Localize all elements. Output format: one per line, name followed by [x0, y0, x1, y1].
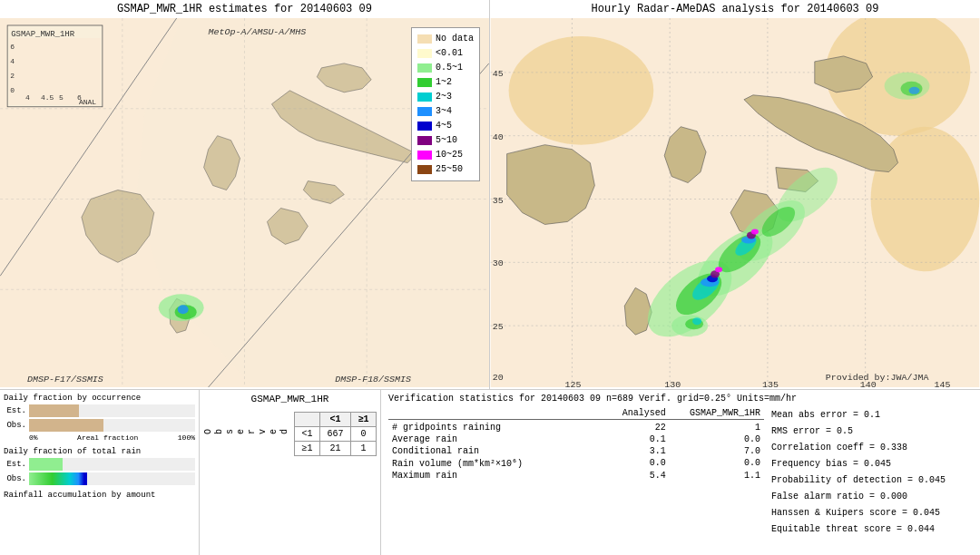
bottom-left-panel: Daily fraction by occurrence Est. Obs. — [0, 390, 200, 555]
svg-text:25: 25 — [493, 322, 504, 332]
verif-label-0: # gridpoints raining — [388, 422, 608, 433]
legend-item-05: 0.5~1 — [417, 61, 474, 75]
svg-text:4: 4 — [10, 57, 15, 65]
svg-text:45: 45 — [493, 69, 504, 79]
svg-point-70 — [692, 317, 701, 325]
cont-table-wrapper: <1 ≥1 <1 667 0 ≥1 21 1 — [294, 408, 377, 456]
obs-label: Observed — [203, 429, 290, 434]
verif-gsmap-0: 1 — [670, 422, 764, 433]
cont-table-header-row: <1 ≥1 — [295, 413, 377, 427]
cont-table-container: Observed <1 ≥1 <1 667 0 — [203, 408, 377, 456]
right-map-svg: 45 40 35 30 25 20 125 130 135 140 145 — [490, 18, 980, 387]
svg-point-24 — [178, 305, 189, 314]
legend-label-001: <0.01 — [436, 46, 463, 61]
verif-analysed-1: 0.1 — [608, 433, 670, 445]
stat-4: Probability of detection = 0.045 — [771, 472, 973, 489]
verif-analysed-0: 22 — [608, 422, 670, 433]
x-axis-end: 100% — [178, 433, 195, 442]
legend-color-510 — [417, 136, 432, 145]
verif-label-4: Maximum rain — [388, 470, 608, 482]
legend-item-001: <0.01 — [417, 46, 474, 61]
svg-point-73 — [909, 87, 920, 94]
bar-row-obs2: Obs. — [4, 472, 195, 485]
svg-text:2: 2 — [10, 72, 15, 80]
legend-color-001 — [417, 49, 432, 58]
stat-5: False alarm ratio = 0.000 — [771, 489, 973, 505]
cont-table-row2-label: ≥1 — [295, 442, 320, 456]
legend-color-1025 — [417, 151, 432, 160]
bar-chart-total-rain: Est. Obs. — [4, 458, 195, 485]
legend-color-45 — [417, 122, 432, 131]
left-panel: GSMAP_MWR_1HR estimates for 20140603 09 — [0, 0, 490, 389]
bar-label-est2: Est. — [4, 460, 26, 469]
legend-label-45: 4~5 — [436, 119, 452, 133]
svg-text:0: 0 — [10, 86, 15, 94]
legend-label-34: 3~4 — [436, 104, 452, 119]
svg-text:DMSP-F17/SSMIS: DMSP-F17/SSMIS — [27, 375, 103, 385]
stats-right: Mean abs error = 0.1 RMS error = 0.5 Cor… — [771, 407, 973, 538]
verif-header-row: Analysed GSMAP_MWR_1HR — [388, 407, 764, 420]
chart-occurrence-title: Daily fraction by occurrence — [4, 394, 195, 403]
legend-item-nodata: No data — [417, 32, 474, 46]
verif-col-gsmap-header: GSMAP_MWR_1HR — [670, 407, 764, 420]
legend-label-1025: 10~25 — [436, 148, 463, 162]
svg-text:GSMAP_MWR_1HR: GSMAP_MWR_1HR — [11, 30, 75, 39]
legend-item-1025: 10~25 — [417, 148, 474, 162]
svg-text:135: 135 — [762, 380, 779, 387]
svg-text:5: 5 — [59, 93, 64, 102]
chart-occurrence: Daily fraction by occurrence Est. Obs. — [4, 394, 195, 442]
cont-table: <1 ≥1 <1 667 0 ≥1 21 1 — [294, 412, 377, 456]
svg-rect-12 — [9, 38, 101, 105]
verif-row-2: Conditional rain 3.1 7.0 — [388, 445, 764, 457]
bottom-middle-panel: GSMAP_MWR_1HR Observed <1 ≥1 <1 667 0 — [200, 390, 381, 555]
legend-item-510: 5~10 — [417, 133, 474, 148]
verif-label-2: Conditional rain — [388, 445, 608, 457]
verif-title: Verification statistics for 20140603 09 … — [388, 394, 973, 404]
svg-text:125: 125 — [564, 380, 581, 387]
verif-analysed-3: 0.0 — [608, 457, 670, 470]
chart-accumulation: Rainfall accumulation by amount — [4, 491, 195, 500]
legend-item-2550: 25~50 — [417, 162, 474, 177]
svg-text:DMSP-F18/SSMIS: DMSP-F18/SSMIS — [335, 375, 411, 385]
bar-chart-occurrence: Est. Obs. — [4, 404, 195, 432]
svg-text:ANAL: ANAL — [79, 98, 96, 106]
legend-box: No data <0.01 0.5~1 1~2 — [411, 27, 480, 181]
svg-text:145: 145 — [934, 380, 950, 387]
cont-table-row2: ≥1 21 1 — [295, 442, 377, 456]
verif-row-3: Rain volume (mm*km²×10⁶) 0.0 0.0 — [388, 457, 764, 470]
bar-fill-obs-total — [29, 472, 87, 485]
legend-color-23 — [417, 92, 432, 102]
verif-col-empty — [388, 407, 608, 420]
legend-label-510: 5~10 — [436, 133, 457, 148]
legend-label-05: 0.5~1 — [436, 61, 463, 75]
bar-container-obs2 — [29, 472, 195, 485]
right-map-area: 45 40 35 30 25 20 125 130 135 140 145 — [490, 18, 980, 387]
bar-container-est — [29, 404, 195, 417]
bar-container-obs — [29, 419, 195, 432]
chart-total-rain: Daily fraction of total rain Est. Obs. — [4, 447, 195, 485]
chart-total-rain-title: Daily fraction of total rain — [4, 447, 195, 456]
cont-table-col1-header: <1 — [319, 413, 350, 427]
bar-row-est2: Est. — [4, 458, 195, 471]
svg-point-65 — [715, 267, 722, 272]
bottom-right-inner: Analysed GSMAP_MWR_1HR # gridpoints rain… — [388, 407, 973, 555]
verif-gsmap-1: 0.0 — [670, 433, 764, 445]
legend-label-nodata: No data — [436, 32, 474, 46]
verif-table: Analysed GSMAP_MWR_1HR # gridpoints rain… — [388, 407, 764, 482]
cont-table-title: GSMAP_MWR_1HR — [203, 394, 377, 404]
bottom-right-panel: Verification statistics for 20140603 09 … — [381, 390, 980, 555]
legend-item-45: 4~5 — [417, 119, 474, 133]
x-axis-mid: Areal fraction — [77, 433, 138, 442]
verif-analysed-4: 5.4 — [608, 470, 670, 482]
main-container: GSMAP_MWR_1HR estimates for 20140603 09 — [0, 0, 980, 555]
svg-text:130: 130 — [664, 380, 681, 387]
verif-row-4: Maximum rain 5.4 1.1 — [388, 470, 764, 482]
bar-label-est: Est. — [4, 406, 26, 415]
stat-6: Hanssen & Kuipers score = 0.045 — [771, 505, 973, 521]
bar-fill-est-occurrence — [29, 404, 79, 417]
legend-color-05 — [417, 63, 432, 73]
bar-row-est: Est. — [4, 404, 195, 417]
bar-label-obs2: Obs. — [4, 474, 26, 483]
cont-table-row1: <1 667 0 — [295, 427, 377, 442]
left-panel-title: GSMAP_MWR_1HR estimates for 20140603 09 — [0, 0, 489, 18]
